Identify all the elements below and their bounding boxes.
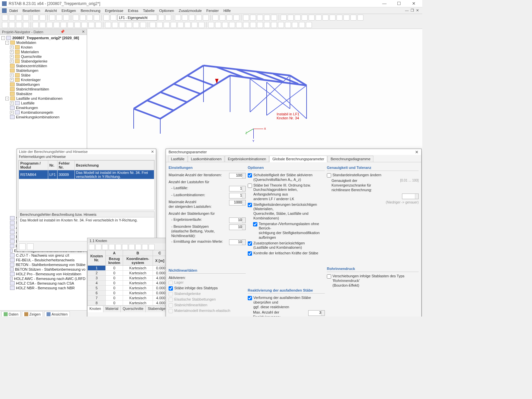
t2-ap[interactable]: [299, 22, 305, 28]
spin-lastkomb[interactable]: 1: [229, 193, 246, 199]
t2-ad[interactable]: [215, 22, 221, 28]
t2-f[interactable]: [40, 22, 46, 28]
knoten-row[interactable]: 70Kartesisch4.000: [88, 296, 167, 301]
menu-ergebnisse[interactable]: Ergebnisse: [103, 8, 125, 13]
tool-q[interactable]: [250, 15, 256, 21]
minimize-button[interactable]: —: [380, 1, 389, 7]
tool-z[interactable]: [316, 15, 322, 21]
tab-lastfaelle[interactable]: Lastfälle: [168, 156, 188, 162]
spin-lastfalle[interactable]: 1: [229, 186, 246, 192]
t2-ai[interactable]: [250, 22, 256, 28]
knoten-row[interactable]: 50Kartesisch0.000: [88, 286, 167, 291]
spin-ergebnis[interactable]: 10: [229, 217, 246, 223]
t2-x[interactable]: [171, 22, 177, 28]
t2-af[interactable]: [229, 22, 235, 28]
chk-standardeinst[interactable]: [327, 173, 331, 178]
mdi-restore[interactable]: ❐: [411, 8, 414, 13]
spin-besondere[interactable]: 10: [229, 224, 246, 230]
ktab-knoten[interactable]: Knoten: [87, 306, 103, 312]
tool-ad[interactable]: [343, 15, 349, 21]
knoten-row[interactable]: 20Kartesisch0.000: [88, 271, 167, 276]
tree-staebe[interactable]: +Stäbe: [1, 73, 86, 77]
dialog-close-icon[interactable]: ✕: [415, 150, 419, 155]
tool-k[interactable]: [203, 15, 209, 21]
tool-a[interactable]: [73, 15, 79, 21]
nav-tab-daten[interactable]: Daten: [1, 311, 21, 317]
menu-optionen[interactable]: Optionen: [157, 8, 176, 13]
t2-v[interactable]: [157, 22, 163, 28]
tool-save[interactable]: [16, 15, 22, 21]
kt-j[interactable]: [149, 244, 155, 250]
tool-ae[interactable]: [350, 15, 356, 21]
tool-u[interactable]: [281, 15, 287, 21]
t2-ae[interactable]: [222, 22, 228, 28]
tool-v[interactable]: [288, 15, 294, 21]
tool-d[interactable]: [94, 15, 100, 21]
chk-steifaend[interactable]: [248, 203, 252, 207]
tool-prev[interactable]: [103, 15, 109, 21]
tree-lastfaelle[interactable]: -Lastfälle und Kombinationen: [1, 96, 86, 101]
t2-n[interactable]: [95, 22, 101, 28]
menu-extras[interactable]: Extras: [126, 8, 140, 13]
t2-am[interactable]: [278, 22, 284, 28]
t2-u[interactable]: [150, 22, 156, 28]
tool-print[interactable]: [23, 15, 29, 21]
t2-ac[interactable]: [208, 22, 214, 28]
nav-tab-ansichten[interactable]: Ansichten: [44, 311, 70, 317]
spin-max-steig[interactable]: 1000: [229, 200, 246, 205]
mod-14[interactable]: HOLZ CSA - Bemessung nach CSA: [1, 281, 86, 286]
t2-an[interactable]: [285, 22, 291, 28]
menu-berechnung[interactable]: Berechnung: [78, 8, 102, 13]
tool-x[interactable]: [302, 15, 308, 21]
kt-a[interactable]: [89, 244, 95, 250]
close-button[interactable]: ✕: [409, 1, 418, 7]
t2-o[interactable]: [105, 22, 111, 28]
tool-ac[interactable]: [336, 15, 342, 21]
tool-f[interactable]: [165, 15, 171, 21]
chk-stabtyp[interactable]: [169, 286, 173, 291]
t2-aj[interactable]: [257, 22, 263, 28]
errlist-help-icon[interactable]: [19, 243, 26, 250]
menu-hilfe[interactable]: Hilfe: [221, 8, 233, 13]
mod-12[interactable]: HOLZ Pro - Bemessung von Holzstäben: [1, 272, 86, 276]
tree-querschnitte[interactable]: +Querschnitte: [1, 54, 86, 59]
t2-q[interactable]: [119, 22, 125, 28]
chk-reakt-verform[interactable]: [248, 296, 252, 300]
tool-paste[interactable]: [63, 15, 69, 21]
t2-aq[interactable]: [306, 22, 312, 28]
ktab-material[interactable]: Material: [103, 306, 121, 312]
t2-e[interactable]: [33, 22, 39, 28]
tool-g[interactable]: [175, 15, 181, 21]
tool-aa[interactable]: [323, 15, 329, 21]
dialog-titlebar[interactable]: Berechnungsparameter✕: [166, 149, 421, 155]
tab-ergebniskombinationen[interactable]: Ergebniskombinationen: [225, 156, 269, 162]
t2-w[interactable]: [164, 22, 170, 28]
tool-ab[interactable]: [330, 15, 335, 21]
kt-i[interactable]: [142, 244, 148, 250]
errlist-info-icon[interactable]: [27, 243, 34, 250]
chk-schubsteif[interactable]: [248, 173, 252, 178]
spin-max-iter[interactable]: 100: [229, 173, 246, 179]
tree-stabsaetze[interactable]: Stabsätze: [1, 91, 86, 96]
mdi-minimize[interactable]: —: [405, 8, 409, 13]
tab-globale[interactable]: Globale Berechnungsparameter: [269, 156, 327, 162]
kt-g[interactable]: [129, 244, 135, 250]
mod-10[interactable]: BETON - Stahlbetonbemessung von Stäbe: [1, 262, 86, 267]
knoten-row[interactable]: 40Kartesisch4.000: [88, 281, 167, 286]
t2-ao[interactable]: [292, 22, 298, 28]
menu-datei[interactable]: Datei: [7, 8, 20, 13]
chk-tempverf[interactable]: [253, 222, 257, 226]
tool-cut[interactable]: [49, 15, 55, 21]
spin-reakt[interactable]: 3: [308, 310, 325, 316]
t2-m[interactable]: [88, 22, 94, 28]
tool-h[interactable]: [182, 15, 188, 21]
tool-s[interactable]: [264, 15, 270, 21]
kt-b[interactable]: [95, 244, 101, 250]
t2-al[interactable]: [271, 22, 277, 28]
t2-z[interactable]: [185, 22, 191, 28]
t2-j[interactable]: [67, 22, 73, 28]
t2-g[interactable]: [47, 22, 53, 28]
tool-b[interactable]: [80, 15, 86, 21]
knoten-table[interactable]: Knoten Nr.ABC Bezug knotenKoordinaten- s…: [87, 250, 167, 306]
tool-undo[interactable]: [33, 15, 39, 21]
